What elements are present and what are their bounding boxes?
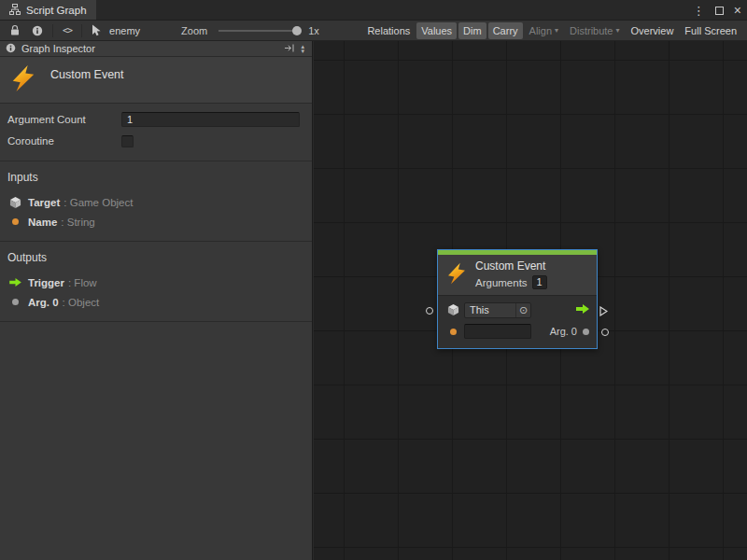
port-type: : Game Object (63, 197, 133, 208)
arg0-label: Arg. 0 (550, 326, 577, 337)
chevron-down-icon: ▾ (555, 27, 558, 35)
overview-button[interactable]: Overview (627, 22, 679, 39)
align-dropdown-button[interactable]: Align▾ (525, 22, 563, 39)
unit-header: Custom Event (0, 57, 312, 104)
port-row-target: Target : Game Object (7, 192, 304, 212)
window-titlebar: Script Graph ⋮ × (0, 0, 747, 21)
gameobject-cube-icon (445, 303, 460, 316)
object-port-icon (7, 299, 22, 305)
unit-fields: Argument Count Coroutine (0, 104, 312, 161)
coroutine-checkbox[interactable] (121, 135, 134, 147)
cursor-icon (86, 21, 107, 40)
inputs-heading: Inputs (7, 171, 304, 184)
overview-label: Overview (631, 25, 674, 36)
port-row-arg0: Arg. 0 : Object (7, 292, 304, 312)
graph-toolbar: <> enemy Zoom 1x Relations Values Dim Ca… (0, 21, 747, 41)
graph-breadcrumb[interactable]: enemy (109, 25, 140, 36)
toolbar-buttons: Relations Values Dim Carry Align▾ Distri… (362, 22, 741, 39)
relations-label: Relations (367, 25, 410, 36)
coroutine-label: Coroutine (7, 135, 121, 147)
tab-label: Script Graph (26, 5, 87, 16)
values-button[interactable]: Values (416, 22, 457, 39)
window-close-icon[interactable]: × (734, 4, 741, 17)
argument-count-label: Argument Count (7, 114, 121, 125)
target-picker-icon[interactable]: ⊙ (515, 303, 530, 317)
custom-event-icon (445, 262, 468, 287)
toolbar-separator (52, 24, 53, 37)
distribute-dropdown-button[interactable]: Distribute▾ (565, 22, 624, 39)
flow-arrow-icon (7, 278, 22, 287)
trigger-output-port[interactable] (599, 306, 608, 316)
inputs-section: Inputs Target : Game Object Name : Strin… (0, 161, 312, 242)
port-type: : Object (63, 297, 100, 308)
info-icon[interactable] (26, 21, 49, 40)
code-view-icon[interactable]: <> (57, 21, 78, 40)
port-type: : Flow (68, 277, 97, 288)
custom-event-icon (9, 64, 37, 95)
string-port-icon (7, 218, 22, 225)
dock-icon[interactable] (284, 43, 295, 55)
window-menu-icon[interactable]: ⋮ (693, 5, 705, 17)
window-maximize-icon[interactable] (715, 7, 724, 15)
port-name: Target (28, 197, 60, 208)
toolbar-separator (81, 24, 82, 37)
coroutine-row: Coroutine (7, 133, 300, 149)
graph-inspector-panel: Graph Inspector ▴ ▾ Custom Event (0, 41, 313, 560)
carry-button[interactable]: Carry (488, 22, 523, 39)
carry-label: Carry (493, 25, 518, 36)
distribute-label: Distribute (570, 25, 613, 36)
node-arguments-label: Arguments (475, 276, 528, 289)
node-body: This ⊙ Arg. 0 (438, 295, 597, 348)
custom-event-node[interactable]: Custom Event Arguments 1 (437, 249, 598, 349)
event-name-input[interactable] (464, 324, 531, 339)
fullscreen-button[interactable]: Full Screen (680, 22, 741, 39)
port-type: : String (61, 217, 94, 228)
dim-label: Dim (463, 25, 482, 36)
arg0-output-port[interactable] (601, 329, 609, 336)
target-dropdown-value: This (465, 304, 515, 315)
port-name: Name (28, 217, 57, 228)
zoom-value: 1x (308, 25, 319, 36)
zoom-slider-knob[interactable] (292, 26, 302, 35)
align-label: Align (529, 25, 552, 36)
fullscreen-label: Full Screen (684, 25, 737, 36)
argument-count-input[interactable] (121, 112, 300, 127)
inspector-title: Graph Inspector (21, 43, 95, 54)
info-icon (6, 43, 16, 55)
values-label: Values (421, 25, 452, 36)
window-controls: ⋮ × (693, 0, 741, 21)
script-graph-icon (9, 4, 21, 17)
dim-button[interactable]: Dim (458, 22, 486, 39)
stepper-icon[interactable]: ▴ ▾ (301, 44, 306, 53)
unity-visual-scripting-window: Script Graph ⋮ × <> enemy Zoom 1x Relati… (0, 0, 747, 560)
node-arguments: Arguments 1 (475, 275, 547, 289)
outputs-section: Outputs Trigger : Flow Arg. 0 : Object (0, 242, 312, 322)
relations-button[interactable]: Relations (362, 22, 415, 39)
outputs-heading: Outputs (7, 251, 304, 264)
lock-icon[interactable] (4, 21, 26, 40)
port-name: Arg. 0 (28, 297, 59, 308)
port-row-trigger: Trigger : Flow (7, 273, 304, 292)
inspector-header: Graph Inspector ▴ ▾ (0, 41, 312, 57)
node-header-text: Custom Event Arguments 1 (475, 259, 547, 289)
node-arguments-value[interactable]: 1 (532, 275, 547, 289)
port-name: Trigger (28, 277, 64, 288)
zoom-slider[interactable] (218, 30, 299, 32)
graph-canvas[interactable]: Custom Event Arguments 1 (314, 41, 747, 560)
zoom-label: Zoom (181, 25, 207, 36)
object-port-icon (583, 329, 589, 335)
node-row-target: This ⊙ (445, 301, 589, 319)
argument-count-row: Argument Count (7, 111, 300, 128)
gameobject-cube-icon (7, 196, 22, 209)
flow-arrow-icon (576, 303, 589, 316)
unit-title: Custom Event (50, 68, 124, 81)
target-input-port[interactable] (426, 307, 433, 315)
node-header[interactable]: Custom Event Arguments 1 (438, 255, 597, 295)
node-row-name: Arg. 0 (445, 322, 589, 341)
target-dropdown[interactable]: This ⊙ (464, 302, 531, 318)
tab-script-graph[interactable]: Script Graph (0, 0, 96, 20)
stepper-down-icon[interactable]: ▾ (301, 49, 304, 53)
chevron-down-icon: ▾ (616, 27, 620, 35)
node-title: Custom Event (475, 259, 547, 273)
string-port-icon (445, 329, 460, 335)
